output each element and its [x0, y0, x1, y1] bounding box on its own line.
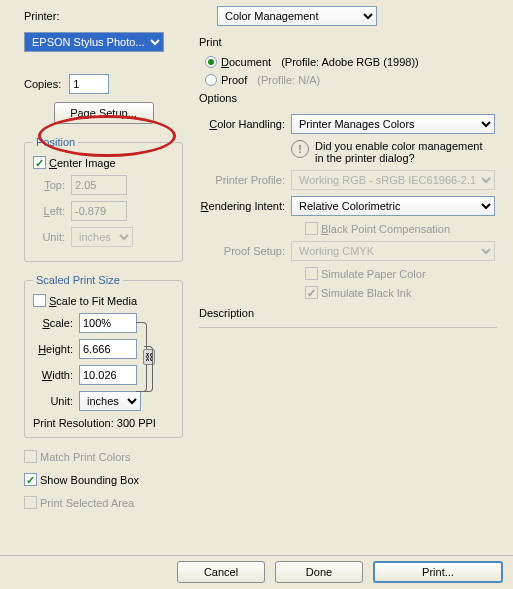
- print-resolution-label: Print Resolution: 300 PPI: [33, 417, 174, 429]
- height-input[interactable]: [79, 339, 137, 359]
- top-label: Top:: [33, 179, 65, 191]
- position-fieldset: Position ✓ Center Image Top: Left: Unit:…: [24, 136, 183, 262]
- done-button[interactable]: Done: [275, 561, 363, 583]
- sim-paper-label: Simulate Paper Color: [321, 268, 426, 280]
- print-selected-label: Print Selected Area: [40, 497, 134, 509]
- scale-unit-label: Unit:: [33, 395, 73, 407]
- left-label: Left:: [33, 205, 65, 217]
- bpc-label: Black Point Compensation: [321, 223, 450, 235]
- printer-label: Printer:: [24, 10, 183, 22]
- sim-paper-checkbox: [305, 267, 318, 280]
- document-profile: (Profile: Adobe RGB (1998)): [281, 56, 419, 68]
- center-image-checkbox[interactable]: ✓: [33, 156, 46, 169]
- link-bracket-inner: [143, 346, 153, 392]
- left-input: [71, 201, 127, 221]
- proof-profile: (Profile: N/A): [257, 74, 320, 86]
- printer-profile-select: Working RGB - sRGB IEC61966-2.1: [291, 170, 495, 190]
- sim-black-label: Simulate Black Ink: [321, 287, 411, 299]
- color-handling-label: Color Handling:: [199, 118, 285, 130]
- pos-unit-select: inches: [71, 227, 133, 247]
- proof-radio[interactable]: [205, 74, 217, 86]
- document-label: Document: [221, 56, 271, 68]
- scale-to-fit-checkbox[interactable]: [33, 294, 46, 307]
- position-legend: Position: [33, 136, 78, 148]
- height-label: Height:: [33, 343, 73, 355]
- description-label: Description: [199, 307, 497, 319]
- cancel-button[interactable]: Cancel: [177, 561, 265, 583]
- printer-profile-label: Printer Profile:: [199, 174, 285, 186]
- proof-setup-select: Working CMYK: [291, 241, 495, 261]
- show-bbox-label: Show Bounding Box: [40, 474, 139, 486]
- section-select[interactable]: Color Management: [217, 6, 377, 26]
- print-button[interactable]: Print...: [373, 561, 503, 583]
- width-label: Width:: [33, 369, 73, 381]
- width-input[interactable]: [79, 365, 137, 385]
- info-icon: !: [291, 140, 309, 158]
- proof-label: Proof: [221, 74, 247, 86]
- copies-input[interactable]: [69, 74, 109, 94]
- scale-label: Scale:: [33, 317, 73, 329]
- info-text-2: in the printer dialog?: [315, 152, 483, 164]
- rendering-intent-select[interactable]: Relative Colorimetric: [291, 196, 495, 216]
- print-section-label: Print: [199, 36, 497, 48]
- show-bbox-checkbox[interactable]: ✓: [24, 473, 37, 486]
- printer-select[interactable]: EPSON Stylus Photo...: [24, 32, 164, 52]
- page-setup-button[interactable]: Page Setup...: [54, 102, 154, 124]
- document-radio[interactable]: [205, 56, 217, 68]
- rendering-intent-label: Rendering Intent:: [199, 200, 285, 212]
- copies-label: Copies:: [24, 78, 61, 90]
- scale-to-fit-label: Scale to Fit Media: [49, 295, 137, 307]
- print-selected-checkbox: [24, 496, 37, 509]
- proof-setup-label: Proof Setup:: [199, 245, 285, 257]
- center-image-label: Center Image: [49, 157, 116, 169]
- color-handling-select[interactable]: Printer Manages Colors: [291, 114, 495, 134]
- pos-unit-label: Unit:: [33, 231, 65, 243]
- description-divider: [199, 327, 497, 328]
- top-input: [71, 175, 127, 195]
- options-label: Options: [199, 92, 497, 104]
- sim-black-checkbox: ✓: [305, 286, 318, 299]
- scale-unit-select[interactable]: inches: [79, 391, 141, 411]
- match-colors-checkbox: [24, 450, 37, 463]
- bpc-checkbox: [305, 222, 318, 235]
- scaled-fieldset: Scaled Print Size Scale to Fit Media Sca…: [24, 274, 183, 438]
- match-colors-label: Match Print Colors: [40, 451, 130, 463]
- info-text-1: Did you enable color management: [315, 140, 483, 152]
- scaled-legend: Scaled Print Size: [33, 274, 123, 286]
- scale-input[interactable]: [79, 313, 137, 333]
